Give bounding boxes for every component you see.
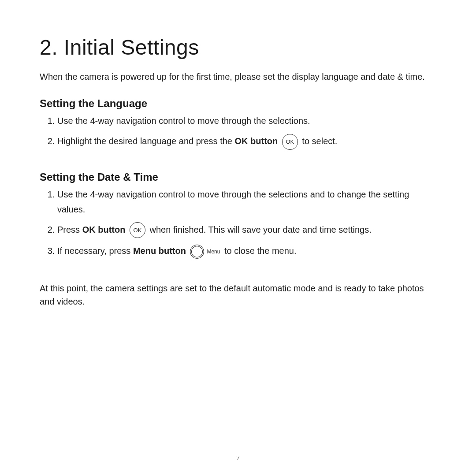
menu-icon-label: Menu xyxy=(207,247,220,256)
ok-button-bold: OK button xyxy=(235,136,278,146)
step-text: when finished. This will save your date … xyxy=(147,225,372,234)
list-item: Press OK button OK when finished. This w… xyxy=(57,222,436,238)
list-item: If necessary, press Menu button Menu to … xyxy=(57,243,436,259)
section-heading-datetime: Setting the Date & Time xyxy=(40,171,436,183)
step-text: If necessary, press xyxy=(57,246,133,256)
step-text: Use the 4-way navigation control to move… xyxy=(57,116,310,126)
menu-circle-icon xyxy=(190,245,204,259)
manual-page: 2. Initial Settings When the camera is p… xyxy=(0,0,476,476)
intro-paragraph: When the camera is powered up for the fi… xyxy=(40,70,436,83)
ok-button-icon: OK xyxy=(130,222,145,238)
list-item: Use the 4-way navigation control to move… xyxy=(57,187,436,217)
section-heading-language: Setting the Language xyxy=(40,97,436,110)
closing-paragraph: At this point, the camera settings are s… xyxy=(40,282,436,308)
datetime-steps-list: Use the 4-way navigation control to move… xyxy=(40,187,436,259)
step-text: to select. xyxy=(300,136,338,146)
page-number: 7 xyxy=(0,455,476,462)
step-text: Use the 4-way navigation control to move… xyxy=(57,190,409,214)
menu-button-icon: Menu xyxy=(190,245,220,259)
list-item: Use the 4-way navigation control to move… xyxy=(57,113,436,128)
language-steps-list: Use the 4-way navigation control to move… xyxy=(40,113,436,150)
page-title: 2. Initial Settings xyxy=(40,35,436,60)
step-text: Press xyxy=(57,225,82,234)
step-text: Highlight the desired language and press… xyxy=(57,136,235,146)
ok-button-icon: OK xyxy=(282,134,298,150)
ok-button-bold: OK button xyxy=(82,225,126,234)
list-item: Highlight the desired language and press… xyxy=(57,134,436,150)
step-text: to close the menu. xyxy=(222,246,296,256)
menu-button-bold: Menu button xyxy=(133,246,186,256)
